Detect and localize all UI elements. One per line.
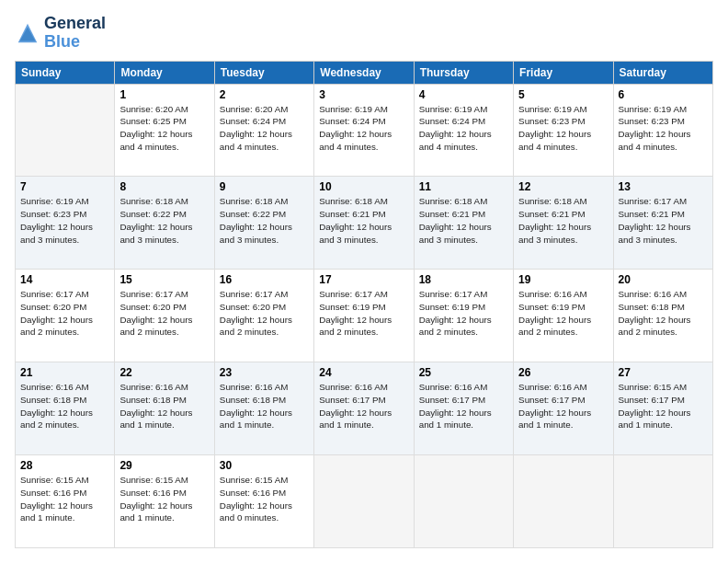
day-info: Sunrise: 6:19 AM Sunset: 6:23 PM Dayligh… <box>20 195 109 246</box>
calendar-header-row: SundayMondayTuesdayWednesdayThursdayFrid… <box>16 61 713 84</box>
calendar-cell: 26Sunrise: 6:16 AM Sunset: 6:17 PM Dayli… <box>514 362 613 455</box>
day-info: Sunrise: 6:15 AM Sunset: 6:17 PM Dayligh… <box>619 381 708 431</box>
calendar-cell: 18Sunrise: 6:17 AM Sunset: 6:19 PM Dayli… <box>414 270 513 362</box>
calendar-header-monday: Monday <box>115 61 214 84</box>
day-number: 3 <box>319 88 408 101</box>
day-number: 26 <box>518 366 608 379</box>
day-info: Sunrise: 6:18 AM Sunset: 6:22 PM Dayligh… <box>220 195 309 246</box>
day-number: 20 <box>619 273 708 286</box>
calendar-cell <box>514 455 613 548</box>
day-info: Sunrise: 6:16 AM Sunset: 6:18 PM Dayligh… <box>119 381 209 431</box>
calendar-table: SundayMondayTuesdayWednesdayThursdayFrid… <box>15 61 713 548</box>
day-number: 28 <box>20 459 109 472</box>
day-number: 15 <box>119 273 209 286</box>
day-info: Sunrise: 6:16 AM Sunset: 6:18 PM Dayligh… <box>619 288 708 339</box>
day-number: 11 <box>419 180 508 193</box>
calendar-cell: 29Sunrise: 6:15 AM Sunset: 6:16 PM Dayli… <box>115 455 214 548</box>
calendar-cell: 13Sunrise: 6:17 AM Sunset: 6:21 PM Dayli… <box>613 177 712 270</box>
day-number: 22 <box>119 366 209 379</box>
day-info: Sunrise: 6:17 AM Sunset: 6:20 PM Dayligh… <box>119 288 209 339</box>
day-info: Sunrise: 6:19 AM Sunset: 6:24 PM Dayligh… <box>319 103 408 154</box>
calendar-cell: 5Sunrise: 6:19 AM Sunset: 6:23 PM Daylig… <box>514 84 613 177</box>
day-info: Sunrise: 6:16 AM Sunset: 6:18 PM Dayligh… <box>220 381 309 431</box>
day-info: Sunrise: 6:16 AM Sunset: 6:17 PM Dayligh… <box>419 381 508 431</box>
day-info: Sunrise: 6:17 AM Sunset: 6:20 PM Dayligh… <box>20 288 109 339</box>
calendar-cell: 23Sunrise: 6:16 AM Sunset: 6:18 PM Dayli… <box>214 362 313 455</box>
calendar-cell <box>314 455 414 548</box>
calendar-week-row: 7Sunrise: 6:19 AM Sunset: 6:23 PM Daylig… <box>16 177 713 270</box>
calendar-cell: 8Sunrise: 6:18 AM Sunset: 6:22 PM Daylig… <box>115 177 214 270</box>
day-info: Sunrise: 6:20 AM Sunset: 6:25 PM Dayligh… <box>119 103 209 154</box>
day-info: Sunrise: 6:18 AM Sunset: 6:21 PM Dayligh… <box>518 195 608 246</box>
header: General Blue <box>15 15 713 52</box>
calendar-cell <box>613 455 712 548</box>
day-info: Sunrise: 6:16 AM Sunset: 6:17 PM Dayligh… <box>518 381 608 431</box>
day-number: 8 <box>119 180 209 193</box>
calendar-cell: 10Sunrise: 6:18 AM Sunset: 6:21 PM Dayli… <box>314 177 414 270</box>
calendar-cell <box>414 455 513 548</box>
day-number: 21 <box>20 366 109 379</box>
day-info: Sunrise: 6:16 AM Sunset: 6:17 PM Dayligh… <box>319 381 408 431</box>
logo-text: General Blue <box>44 15 106 52</box>
calendar-cell: 15Sunrise: 6:17 AM Sunset: 6:20 PM Dayli… <box>115 270 214 362</box>
logo: General Blue <box>15 15 106 52</box>
day-number: 12 <box>518 180 608 193</box>
calendar-cell: 16Sunrise: 6:17 AM Sunset: 6:20 PM Dayli… <box>214 270 313 362</box>
day-number: 17 <box>319 273 408 286</box>
calendar-cell: 25Sunrise: 6:16 AM Sunset: 6:17 PM Dayli… <box>414 362 513 455</box>
calendar-cell: 20Sunrise: 6:16 AM Sunset: 6:18 PM Dayli… <box>613 270 712 362</box>
calendar-cell: 21Sunrise: 6:16 AM Sunset: 6:18 PM Dayli… <box>16 362 115 455</box>
day-number: 5 <box>518 88 608 101</box>
day-number: 25 <box>419 366 508 379</box>
calendar-week-row: 1Sunrise: 6:20 AM Sunset: 6:25 PM Daylig… <box>16 84 713 177</box>
day-number: 9 <box>220 180 309 193</box>
calendar-cell: 9Sunrise: 6:18 AM Sunset: 6:22 PM Daylig… <box>214 177 313 270</box>
day-number: 18 <box>419 273 508 286</box>
day-number: 10 <box>319 180 408 193</box>
calendar-cell: 24Sunrise: 6:16 AM Sunset: 6:17 PM Dayli… <box>314 362 414 455</box>
calendar-header-saturday: Saturday <box>613 61 712 84</box>
day-number: 23 <box>220 366 309 379</box>
day-info: Sunrise: 6:15 AM Sunset: 6:16 PM Dayligh… <box>20 474 109 524</box>
calendar-cell: 30Sunrise: 6:15 AM Sunset: 6:16 PM Dayli… <box>214 455 313 548</box>
page: General Blue SundayMondayTuesdayWednesda… <box>0 0 728 563</box>
day-info: Sunrise: 6:18 AM Sunset: 6:22 PM Dayligh… <box>119 195 209 246</box>
day-number: 6 <box>619 88 708 101</box>
calendar-cell: 28Sunrise: 6:15 AM Sunset: 6:16 PM Dayli… <box>16 455 115 548</box>
day-number: 13 <box>619 180 708 193</box>
day-info: Sunrise: 6:17 AM Sunset: 6:19 PM Dayligh… <box>419 288 508 339</box>
calendar-header-tuesday: Tuesday <box>214 61 313 84</box>
day-number: 7 <box>20 180 109 193</box>
svg-marker-1 <box>20 27 36 40</box>
calendar-cell: 1Sunrise: 6:20 AM Sunset: 6:25 PM Daylig… <box>115 84 214 177</box>
day-info: Sunrise: 6:18 AM Sunset: 6:21 PM Dayligh… <box>319 195 408 246</box>
day-info: Sunrise: 6:20 AM Sunset: 6:24 PM Dayligh… <box>220 103 309 154</box>
calendar-header-friday: Friday <box>514 61 613 84</box>
day-info: Sunrise: 6:15 AM Sunset: 6:16 PM Dayligh… <box>119 474 209 524</box>
calendar-cell: 6Sunrise: 6:19 AM Sunset: 6:23 PM Daylig… <box>613 84 712 177</box>
calendar-cell <box>16 84 115 177</box>
calendar-cell: 7Sunrise: 6:19 AM Sunset: 6:23 PM Daylig… <box>16 177 115 270</box>
day-info: Sunrise: 6:18 AM Sunset: 6:21 PM Dayligh… <box>419 195 508 246</box>
calendar-header-wednesday: Wednesday <box>314 61 414 84</box>
calendar-cell: 4Sunrise: 6:19 AM Sunset: 6:24 PM Daylig… <box>414 84 513 177</box>
calendar-cell: 3Sunrise: 6:19 AM Sunset: 6:24 PM Daylig… <box>314 84 414 177</box>
calendar-header-thursday: Thursday <box>414 61 513 84</box>
calendar-cell: 11Sunrise: 6:18 AM Sunset: 6:21 PM Dayli… <box>414 177 513 270</box>
calendar-cell: 19Sunrise: 6:16 AM Sunset: 6:19 PM Dayli… <box>514 270 613 362</box>
calendar-cell: 17Sunrise: 6:17 AM Sunset: 6:19 PM Dayli… <box>314 270 414 362</box>
day-info: Sunrise: 6:19 AM Sunset: 6:23 PM Dayligh… <box>619 103 708 154</box>
calendar-week-row: 28Sunrise: 6:15 AM Sunset: 6:16 PM Dayli… <box>16 455 713 548</box>
day-info: Sunrise: 6:17 AM Sunset: 6:20 PM Dayligh… <box>220 288 309 339</box>
day-number: 14 <box>20 273 109 286</box>
logo-icon <box>15 20 40 46</box>
calendar-cell: 12Sunrise: 6:18 AM Sunset: 6:21 PM Dayli… <box>514 177 613 270</box>
day-number: 1 <box>119 88 209 101</box>
calendar-week-row: 21Sunrise: 6:16 AM Sunset: 6:18 PM Dayli… <box>16 362 713 455</box>
day-number: 19 <box>518 273 608 286</box>
calendar-cell: 27Sunrise: 6:15 AM Sunset: 6:17 PM Dayli… <box>613 362 712 455</box>
day-number: 27 <box>619 366 708 379</box>
day-number: 29 <box>119 459 209 472</box>
day-number: 16 <box>220 273 309 286</box>
day-number: 4 <box>419 88 508 101</box>
